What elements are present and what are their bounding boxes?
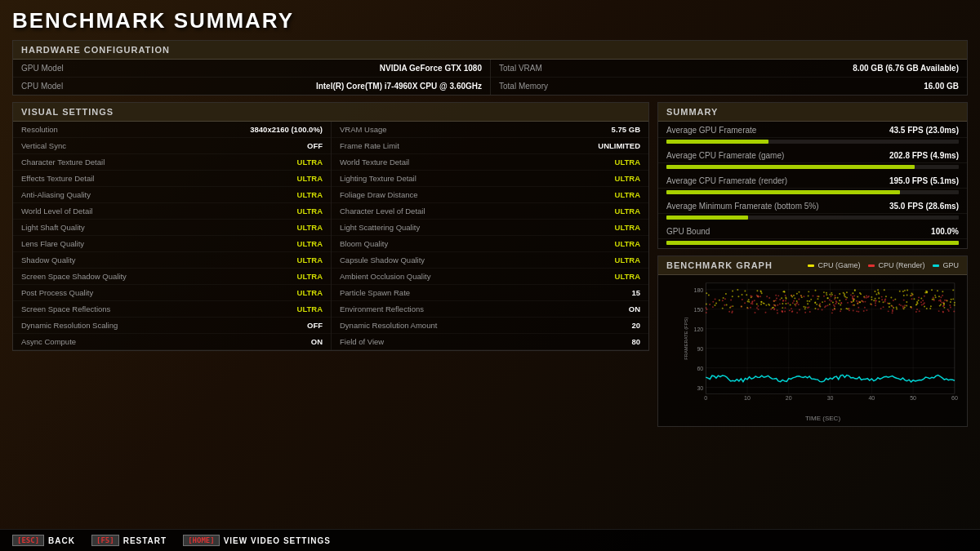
vs-row-left: Post Process QualityULTRA — [13, 285, 331, 301]
svg-point-240 — [864, 297, 866, 299]
svg-point-218 — [808, 295, 809, 296]
svg-point-100 — [843, 292, 844, 294]
svg-point-385 — [892, 310, 893, 312]
vs-value: ULTRA — [297, 174, 323, 183]
svg-text:0: 0 — [704, 395, 707, 401]
cpu-row: CPU Model Intel(R) Core(TM) i7-4960X CPU… — [13, 78, 490, 95]
svg-point-397 — [773, 308, 775, 309]
graph-title: BENCHMARK GRAPH — [666, 260, 773, 270]
footer-key[interactable]: [HOME]VIEW VIDEO SETTINGS — [183, 535, 331, 546]
svg-point-211 — [906, 301, 907, 303]
graph-header: BENCHMARK GRAPH CPU (Game)CPU (Render)GP… — [658, 256, 967, 275]
vs-label: Frame Rate Limit — [340, 141, 399, 150]
svg-point-301 — [919, 310, 920, 312]
vs-label: Light Shaft Quality — [21, 223, 85, 232]
svg-point-226 — [884, 289, 885, 291]
summary-value: 195.0 FPS (5.1ms) — [889, 176, 959, 185]
cpu-value: Intel(R) Core(TM) i7-4960X CPU @ 3.60GHz — [316, 82, 482, 91]
summary-section: SUMMARY Average GPU Framerate43.5 FPS (2… — [657, 102, 968, 249]
svg-point-352 — [948, 310, 950, 312]
svg-text:40: 40 — [868, 395, 875, 401]
svg-text:10: 10 — [744, 395, 751, 401]
svg-point-153 — [840, 304, 841, 306]
svg-point-387 — [856, 310, 858, 312]
legend-item: CPU (Game) — [808, 261, 860, 269]
svg-point-86 — [904, 290, 906, 291]
svg-point-353 — [858, 311, 859, 313]
svg-point-55 — [943, 307, 945, 309]
footer-key[interactable]: [F5]RESTART — [91, 535, 167, 546]
svg-point-28 — [952, 298, 954, 300]
svg-point-239 — [715, 298, 716, 300]
svg-point-262 — [798, 299, 800, 300]
vs-label: Foliage Draw Distance — [340, 190, 418, 199]
svg-point-90 — [931, 289, 933, 291]
svg-point-393 — [831, 300, 832, 302]
svg-point-162 — [906, 305, 907, 307]
vs-row-right: Environment ReflectionsON — [332, 301, 648, 318]
svg-point-81 — [906, 295, 908, 296]
svg-point-425 — [757, 296, 759, 298]
svg-point-116 — [883, 301, 884, 303]
vs-row-right: Frame Rate LimitUNLIMITED — [332, 138, 648, 154]
svg-point-69 — [737, 295, 739, 297]
svg-point-190 — [822, 301, 823, 303]
key-badge: [HOME] — [183, 535, 220, 546]
visual-settings-header: VISUAL SETTINGS — [13, 103, 648, 122]
svg-point-185 — [801, 296, 803, 298]
legend-color — [933, 264, 939, 267]
vs-value: ULTRA — [297, 207, 323, 216]
svg-point-294 — [764, 312, 766, 313]
svg-point-257 — [832, 309, 834, 311]
svg-point-155 — [896, 309, 898, 310]
svg-point-258 — [942, 295, 943, 296]
vs-row-right: Dynamic Resolution Amount20 — [332, 318, 648, 334]
svg-point-356 — [817, 295, 818, 297]
vs-row-right: Bloom QualityULTRA — [332, 236, 648, 252]
graph-section: BENCHMARK GRAPH CPU (Game)CPU (Render)GP… — [657, 256, 968, 427]
svg-point-368 — [852, 297, 853, 299]
svg-point-58 — [904, 306, 906, 308]
vs-left-col: Resolution3840x2160 (100.0%)Vertical Syn… — [13, 122, 331, 350]
svg-point-268 — [777, 295, 779, 296]
footer-key[interactable]: [ESC]BACK — [12, 535, 75, 546]
svg-point-304 — [900, 304, 902, 306]
svg-point-410 — [774, 305, 776, 307]
svg-point-30 — [782, 303, 783, 304]
svg-point-359 — [792, 302, 794, 304]
svg-point-343 — [760, 295, 761, 297]
gpu-label: GPU Model — [21, 64, 64, 73]
content-area: VISUAL SETTINGS Resolution3840x2160 (100… — [12, 102, 968, 427]
benchmark-graph: 3060901201501800102030405060FRAMERATE (F… — [683, 279, 963, 410]
svg-point-43 — [798, 291, 800, 293]
svg-point-77 — [942, 291, 943, 292]
svg-point-163 — [747, 300, 749, 302]
svg-point-414 — [902, 305, 904, 307]
svg-point-42 — [794, 304, 795, 305]
svg-point-198 — [814, 308, 816, 309]
svg-point-227 — [804, 308, 806, 309]
svg-point-290 — [845, 299, 847, 300]
svg-point-419 — [834, 305, 835, 307]
hardware-right: Total VRAM 8.00 GB (6.76 GB Available) T… — [490, 60, 967, 95]
svg-point-273 — [858, 307, 859, 309]
svg-point-412 — [866, 309, 867, 311]
svg-point-191 — [826, 292, 827, 294]
svg-point-168 — [725, 293, 727, 295]
vs-value: OFF — [307, 321, 323, 330]
svg-point-149 — [879, 301, 880, 303]
svg-point-72 — [768, 304, 770, 306]
svg-point-338 — [883, 306, 884, 308]
vs-value: 15 — [631, 288, 640, 297]
svg-point-427 — [777, 304, 778, 306]
progress-bar — [666, 165, 959, 169]
vs-row-right: Capsule Shadow QualityULTRA — [332, 252, 648, 269]
svg-point-334 — [756, 307, 758, 309]
svg-text:180: 180 — [693, 287, 703, 293]
vs-row-right: Ambient Occlusion QualityULTRA — [332, 269, 648, 285]
vs-label: Lighting Texture Detail — [340, 174, 416, 183]
svg-point-201 — [831, 294, 833, 295]
footer: [ESC]BACK[F5]RESTART[HOME]VIEW VIDEO SET… — [0, 529, 980, 551]
svg-point-223 — [932, 299, 933, 300]
svg-point-354 — [724, 298, 726, 300]
